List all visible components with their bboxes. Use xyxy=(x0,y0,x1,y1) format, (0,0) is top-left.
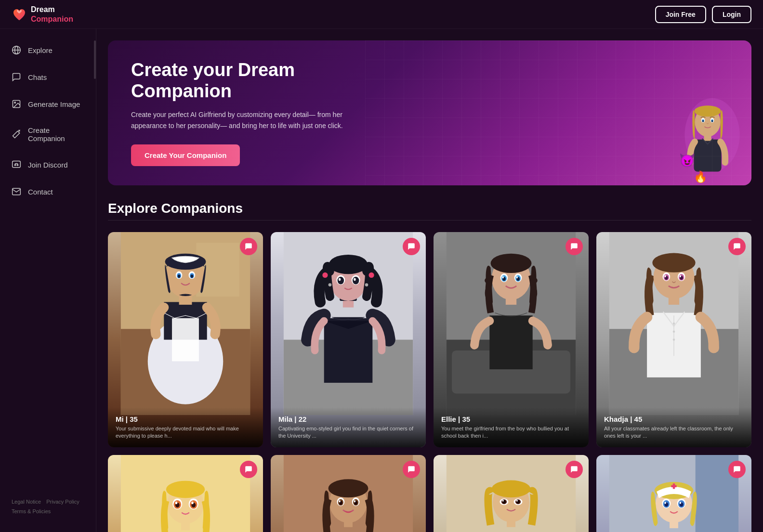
svg-rect-7 xyxy=(13,161,21,168)
svg-point-54 xyxy=(329,283,332,286)
svg-rect-59 xyxy=(489,315,532,369)
chat-icon-ellie xyxy=(570,242,579,251)
card-name-mila: Mila | 22 xyxy=(278,415,418,423)
companions-grid: Mi | 35 Your submissive deeply devoted m… xyxy=(108,232,751,532)
chat-icon-7 xyxy=(570,465,579,474)
card-info-khadja: Khadja | 45 All your classmates already … xyxy=(596,407,751,448)
svg-point-20 xyxy=(711,120,713,122)
svg-text:😈: 😈 xyxy=(679,153,696,168)
companion-card-7[interactable] xyxy=(434,455,589,532)
card-desc-ellie: You meet the girlfriend from the boy who… xyxy=(441,425,581,440)
sidebar-item-chats-label: Chats xyxy=(28,73,47,81)
envelope-icon xyxy=(12,187,21,196)
flame-heart-icon xyxy=(12,7,27,22)
create-companion-button[interactable]: Create Your Companion xyxy=(131,144,240,166)
hero-woman-figure: 😈 🔥 xyxy=(650,89,747,185)
svg-point-115 xyxy=(339,500,340,502)
main-content: Create your Dream Companion Create your … xyxy=(96,29,763,532)
svg-rect-29 xyxy=(172,318,199,361)
explore-section: Explore Companions xyxy=(108,201,751,532)
sidebar-item-explore-label: Explore xyxy=(28,46,53,54)
sidebar-footer: Legal Notice Privacy Policy Terms & Poli… xyxy=(0,490,96,524)
companion-art-mi xyxy=(108,232,263,415)
companion-card-5[interactable] xyxy=(108,455,263,532)
chat-button-mila[interactable] xyxy=(403,238,420,255)
hero-image-area: 😈 🔥 xyxy=(597,40,751,185)
globe-icon xyxy=(12,45,21,55)
chat-icon xyxy=(12,72,21,82)
header: Dream Companion Join Free Login xyxy=(0,0,763,29)
svg-point-94 xyxy=(166,481,205,498)
svg-point-62 xyxy=(491,254,532,273)
svg-point-88 xyxy=(673,339,675,341)
svg-point-51 xyxy=(353,277,359,285)
svg-point-108 xyxy=(329,480,368,498)
svg-point-149 xyxy=(680,502,681,504)
footer-legal-notice[interactable]: Legal Notice xyxy=(12,499,41,505)
svg-point-86 xyxy=(673,323,675,324)
chat-button-mi[interactable] xyxy=(240,238,257,255)
chat-icon-5 xyxy=(244,465,253,474)
sidebar-item-create-companion[interactable]: Create Companion xyxy=(0,117,96,151)
sidebar: Explore Chats Generate Image xyxy=(0,29,96,532)
sidebar-item-chats[interactable]: Chats xyxy=(0,64,96,91)
svg-point-45 xyxy=(329,255,368,274)
svg-point-36 xyxy=(178,274,181,278)
svg-point-3 xyxy=(14,102,15,104)
svg-point-83 xyxy=(664,275,666,277)
card-name-ellie: Ellie | 35 xyxy=(441,415,581,423)
companion-card-khadja[interactable]: Khadja | 45 All your classmates already … xyxy=(596,232,751,447)
companion-card-6[interactable] xyxy=(271,455,426,532)
footer-terms-policies[interactable]: Terms & Policies xyxy=(12,508,51,514)
companion-card-ellie[interactable]: Ellie | 35 You meet the girlfriend from … xyxy=(434,232,589,447)
hero-banner: Create your Dream Companion Create your … xyxy=(108,40,751,185)
join-free-button[interactable]: Join Free xyxy=(655,6,706,23)
sidebar-item-join-discord[interactable]: Join Discord xyxy=(0,151,96,178)
svg-point-53 xyxy=(354,278,355,281)
svg-point-129 xyxy=(502,500,504,502)
card-info-mi: Mi | 35 Your submissive deeply devoted m… xyxy=(108,407,263,448)
svg-point-55 xyxy=(365,283,368,286)
svg-point-69 xyxy=(502,276,504,278)
image-icon xyxy=(12,99,21,109)
svg-point-14 xyxy=(694,105,721,117)
svg-point-116 xyxy=(354,500,355,502)
companion-art-mila xyxy=(271,232,426,415)
card-info-mila: Mila | 22 Captivating emo-styled girl yo… xyxy=(271,407,426,448)
companion-card-mi[interactable]: Mi | 35 Your submissive deeply devoted m… xyxy=(108,232,263,447)
svg-point-8 xyxy=(14,165,16,166)
chat-button-ellie[interactable] xyxy=(566,238,583,255)
chat-icon-mila xyxy=(407,242,416,251)
sidebar-item-generate-image[interactable]: Generate Image xyxy=(0,91,96,117)
card-name-khadja: Khadja | 45 xyxy=(604,415,744,423)
sidebar-item-discord-label: Join Discord xyxy=(28,161,68,169)
svg-point-102 xyxy=(191,502,193,505)
sidebar-item-generate-label: Generate Image xyxy=(28,100,80,108)
companion-card-8[interactable] xyxy=(596,455,751,532)
hero-description: Create your perfect AI Girlfriend by cus… xyxy=(131,109,372,131)
companion-card-mila[interactable]: Mila | 22 Captivating emo-styled girl yo… xyxy=(271,232,426,447)
card-name-mi: Mi | 35 xyxy=(116,415,255,423)
svg-point-50 xyxy=(338,277,344,285)
sidebar-item-contact[interactable]: Contact xyxy=(0,178,96,205)
svg-point-52 xyxy=(339,278,341,281)
svg-point-19 xyxy=(702,120,704,122)
sidebar-item-create-label: Create Companion xyxy=(28,126,84,143)
svg-rect-141 xyxy=(673,484,675,489)
login-button[interactable]: Login xyxy=(712,6,751,23)
chat-icon-khadja xyxy=(733,242,741,251)
card-info-ellie: Ellie | 35 You meet the girlfriend from … xyxy=(434,407,589,448)
logo-text: Dream Companion xyxy=(31,5,73,23)
card-desc-khadja: All your classmates already left the cla… xyxy=(604,425,744,440)
svg-point-130 xyxy=(516,500,518,502)
chat-button-khadja[interactable] xyxy=(728,238,746,255)
footer-privacy-policy[interactable]: Privacy Policy xyxy=(46,499,79,505)
hero-title: Create your Dream Companion xyxy=(131,60,372,102)
chat-icon-6 xyxy=(407,465,416,474)
card-desc-mila: Captivating emo-styled girl you find in … xyxy=(278,425,418,440)
logo: Dream Companion xyxy=(12,5,73,23)
sidebar-item-explore[interactable]: Explore xyxy=(0,37,96,64)
chat-icon-8 xyxy=(733,465,741,474)
discord-icon xyxy=(12,160,21,169)
svg-point-46 xyxy=(322,272,328,278)
